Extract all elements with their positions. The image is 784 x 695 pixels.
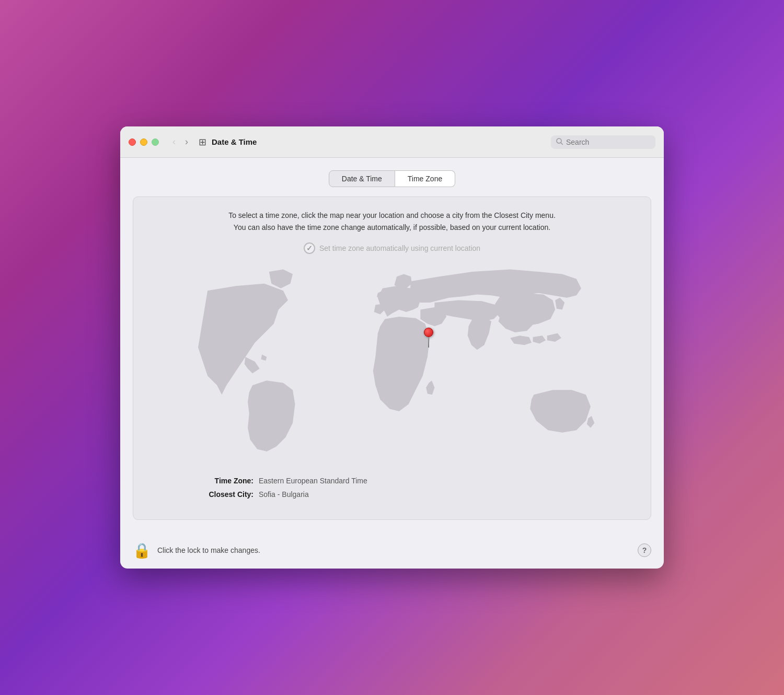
bottom-bar: 🔒 Click the lock to make changes. ? [120,532,664,569]
help-button[interactable]: ? [638,543,651,557]
timezone-row: Time Zone: Eastern European Standard Tim… [149,477,635,485]
checkmark-icon: ✓ [306,244,313,252]
location-pin [424,328,433,348]
svg-line-1 [561,143,563,145]
tab-bar: Date & Time Time Zone [133,170,651,187]
content-area: Date & Time Time Zone To select a time z… [120,158,664,532]
search-box [551,135,655,149]
lock-text: Click the lock to make changes. [157,546,260,554]
settings-card: To select a time zone, click the map nea… [133,196,651,520]
nav-arrows: ‹ › [169,135,191,148]
lock-section: 🔒 Click the lock to make changes. [133,542,260,559]
search-icon [556,138,563,146]
timezone-value: Eastern European Standard Time [259,477,367,485]
close-button[interactable] [129,138,136,146]
pin-head [424,328,433,337]
pin-stem [428,337,429,348]
auto-timezone-row: ✓ Set time zone automatically using curr… [149,242,635,254]
world-map-container[interactable] [149,262,635,461]
titlebar: ‹ › ⊞ Date & Time [120,126,664,158]
timezone-label: Time Zone: [191,477,253,485]
forward-button[interactable]: › [182,135,191,148]
window-title: Date & Time [212,137,257,146]
traffic-lights [129,138,159,146]
closest-city-row: Closest City: Sofia - Bulgaria [149,490,635,499]
auto-timezone-label: Set time zone automatically using curren… [319,244,480,252]
tab-date-time[interactable]: Date & Time [329,170,395,187]
grid-icon[interactable]: ⊞ [199,136,206,148]
instruction-text: To select a time zone, click the map nea… [149,210,635,233]
lock-icon[interactable]: 🔒 [133,542,151,559]
closest-city-value: Sofia - Bulgaria [259,490,309,499]
tab-time-zone[interactable]: Time Zone [395,170,455,187]
maximize-button[interactable] [152,138,159,146]
back-button[interactable]: ‹ [169,135,179,148]
world-map-svg [149,262,635,461]
search-input[interactable] [566,138,650,146]
info-section: Time Zone: Eastern European Standard Tim… [149,471,635,499]
main-window: ‹ › ⊞ Date & Time Date & Time Time Zone [120,126,664,569]
auto-timezone-checkbox[interactable]: ✓ [304,242,315,254]
minimize-button[interactable] [140,138,147,146]
closest-city-label: Closest City: [191,490,253,499]
